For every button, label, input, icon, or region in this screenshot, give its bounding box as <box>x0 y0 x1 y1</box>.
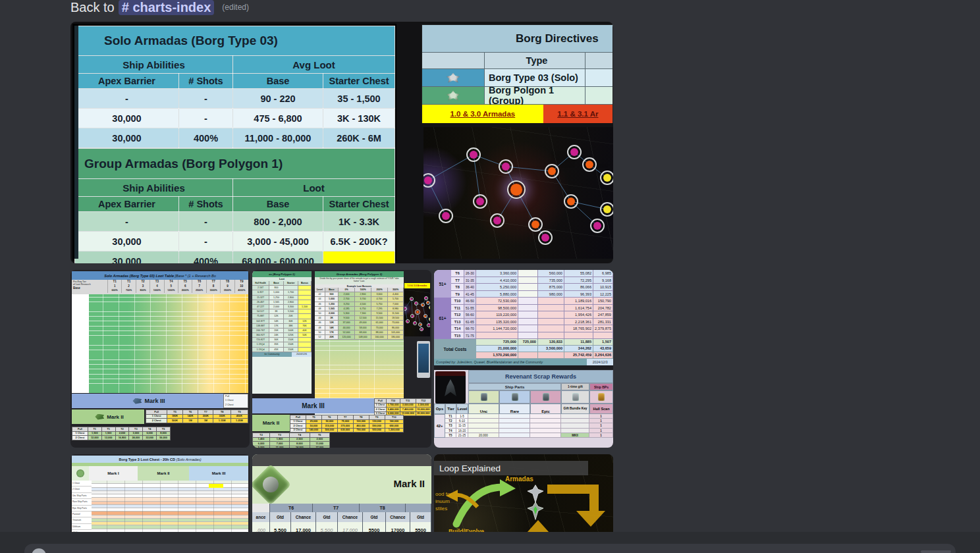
mark3-band: Mark III <box>252 398 374 413</box>
revenant-rows: T1 1-5 1 T2 6-10 <box>445 414 613 438</box>
rare-label: Rare <box>499 404 530 414</box>
epic-label: Epic <box>530 404 561 414</box>
mark3-band: Mark III <box>72 394 223 408</box>
loop-left-line2: inuum <box>435 498 450 504</box>
mark3-chest-table: PullT10T11T12 1 Chest1,700,0003,000,0002… <box>374 398 431 416</box>
revenant-ops-value: 42+ <box>434 414 445 438</box>
revenant-title: Revenant Scrap Rewards <box>468 370 613 383</box>
solo-armadas-table: Solo Armadas (Borg Type 03) Ship Abiliti… <box>74 26 395 148</box>
ship-parts-header: Ship Parts <box>468 383 561 390</box>
mark2-band: Mark II <box>72 409 144 424</box>
type-header: Type <box>485 53 585 68</box>
armadas-strip-label: 1.0 & 3.0 Armadas <box>404 283 430 288</box>
armada-starmap <box>423 127 613 259</box>
chest-icon-cell <box>72 466 89 481</box>
unc-part-icon <box>468 390 499 404</box>
directive-row-group: Borg Polgon 1 (Group) <box>485 87 585 104</box>
level-header: Level <box>456 404 468 414</box>
loop-left-line3: stiles <box>435 506 447 512</box>
tier-header-row: T1T1T2T3T4T5T6T7T8T9 <box>107 280 248 284</box>
mark2-zone: Mark II <box>252 466 431 504</box>
mark2-band: Mark II <box>252 415 290 431</box>
top-gray-bar <box>252 454 431 466</box>
polygon-left-table: es (Borg Polygon 1) Loot Hull Health Bas… <box>252 271 312 394</box>
ship-icon <box>95 414 104 420</box>
hull-scan-icon <box>589 390 613 404</box>
ops-header: Ops <box>434 404 445 414</box>
loop-left-line1: ood for <box>435 491 452 497</box>
costs-totals: 725,000725,000120,83311,8851,507 21,000,… <box>434 339 613 359</box>
costs-footer: Compiled by: JulesVern, Quasel, BlueMand… <box>434 359 613 365</box>
attachment-group-loot-table[interactable]: es (Borg Polygon 1) Loot Hull Health Bas… <box>252 270 431 448</box>
revenant-table: Revenant Scrap Rewards Ship Parts 1-time… <box>434 370 613 448</box>
chest-body: 1 Chest2 ChestUnc Ship PartsRare Ship Pa… <box>72 481 248 536</box>
loot-table-title: Solo Armadas (Borg Type 03) Loot Table [… <box>72 271 248 280</box>
loot-table-header: Pre-Req Tier of Loot Research Base T1T1T… <box>72 280 248 294</box>
mark3-side-labels: Pull1 Chest2 Chest <box>223 394 248 408</box>
cropped-column <box>74 26 78 259</box>
directive-row-solo: Borg Type 03 (Solo) <box>485 69 585 86</box>
ops-61: 61+ <box>434 298 451 339</box>
channel-mention[interactable]: # charts-index <box>119 0 215 15</box>
message-input[interactable] <box>24 544 956 553</box>
ops-51: 51+ <box>434 270 451 298</box>
mark2-right-chest-table: PullT5T6T7T8T9 1 Chest180K140K200K300K45… <box>146 409 248 423</box>
group-table-title: Group Armadas (Borg Polygon 1) <box>75 149 395 179</box>
epic-part-icon <box>530 390 561 404</box>
tab-armadas-11-31: 1.1 & 3.1 Ar <box>543 105 612 123</box>
percent-header-row: 600%700%800%1000%1200%2000%2500%3000%350… <box>107 289 248 293</box>
attachment-solo-loot-table[interactable]: Solo Armadas (Borg Type 03) Loot Table [… <box>70 270 250 448</box>
message-prefix: Back to <box>70 0 115 15</box>
polygon-left-rows: 2.16T 800 6.35T 1,000 1,700 15.32T <box>252 286 312 352</box>
edited-label: (edited) <box>222 3 249 12</box>
tier-header-row: T6 T7 T8 <box>252 504 431 512</box>
ship-badge-icon <box>254 469 288 502</box>
attachment-armada-overview[interactable]: Solo Armadas (Borg Type 03) Ship Abiliti… <box>70 22 613 263</box>
small-chest-table: T2T3T4T5 1,4001,8002,5002,6006,0007,0008… <box>252 433 330 448</box>
rare-part-icon <box>499 390 530 404</box>
bottom-chest-table: PullT1T1T2T3T4T5 1 Chest1,5001,5002,0003… <box>72 427 171 440</box>
directives-title: Borg Directives <box>422 25 612 53</box>
armada-summary-tables: Solo Armadas (Borg Type 03) Ship Abiliti… <box>72 24 396 261</box>
hull-scan-label: Hull Scan <box>589 404 613 414</box>
mark2-header: Mark II <box>138 466 189 481</box>
unc-label: Unc <box>468 404 499 414</box>
gift-header: 1-time gift <box>561 383 589 390</box>
gift-bundle-icon <box>561 390 589 404</box>
loot-table-body <box>72 294 248 393</box>
polygon-right-rows: 42 500 2,000 2,800 3,600 4,400 44 1,000 … <box>315 292 404 340</box>
input-accessory[interactable] <box>921 550 951 553</box>
costs-table: 51+ 61+ T626-30 3,360,000 560,00055,0826… <box>434 270 613 365</box>
mark2-chest-table: PullT5T6T7T8T9T10 1 Chest25,00050,00075,… <box>290 415 404 433</box>
gtd-chance-row: ance Gtd Chance Gtd Chance Gtd Chance Gt… <box>252 512 431 522</box>
costs-rows: T626-30 3,360,000 560,00055,0826,985 T73… <box>451 270 613 339</box>
ship-icon <box>132 398 142 404</box>
chest-title: Borg Type 3 Loot Chest - 20h CD (Solo Ar… <box>72 456 248 463</box>
mark3-header: Mark III <box>189 466 248 481</box>
tier-header: Tier <box>445 404 456 414</box>
group-armadas-table: Group Armadas (Borg Polygon 1) Ship Abil… <box>74 148 395 263</box>
level-header-row: 12345678910 <box>107 284 248 289</box>
borg-ship-icon <box>447 73 460 83</box>
borg-directives-table: Borg Directives Type Borg Type 03 (Solo)… <box>422 24 613 123</box>
borg-ship-icon <box>447 91 460 101</box>
attachment-costs-revenant[interactable]: 51+ 61+ T626-30 3,360,000 560,00055,0826… <box>434 270 613 448</box>
attachment-loop-explained[interactable]: Loop Explained Armadas ood for inuum sti… <box>434 454 613 541</box>
attachment-loot-chest[interactable]: Borg Type 3 Loot Chest - 20h CD (Solo Ar… <box>70 454 250 541</box>
mark1-header: Mark I <box>89 466 138 481</box>
message-text: Back to # charts-index (edited) <box>70 0 249 16</box>
highlight-cell <box>209 484 223 488</box>
gift-key-label: Gift Bundle Key <box>561 404 589 414</box>
attachment-mark2-chest-zoom[interactable]: Mark II T6 T7 T8 ance Gtd Chance Gtd Cha… <box>252 454 431 541</box>
mark2-zoom-label: Mark II <box>393 478 425 489</box>
starmap-thumbnail <box>404 289 430 336</box>
tab-armadas-10-30: 1.0 & 3.0 Armadas <box>422 105 543 123</box>
popup-thumbnail <box>417 341 430 378</box>
ship-bps-header: Ship BPs <box>589 383 613 390</box>
discord-chat: Back to # charts-index (edited) Solo Arm… <box>0 0 980 553</box>
solo-table-title: Solo Armadas (Borg Type 03) <box>75 26 395 56</box>
chest-row-labels: 1 Chest2 ChestUnc Ship PartsRare Ship Pa… <box>72 481 92 536</box>
revenant-ship-card <box>435 371 466 404</box>
